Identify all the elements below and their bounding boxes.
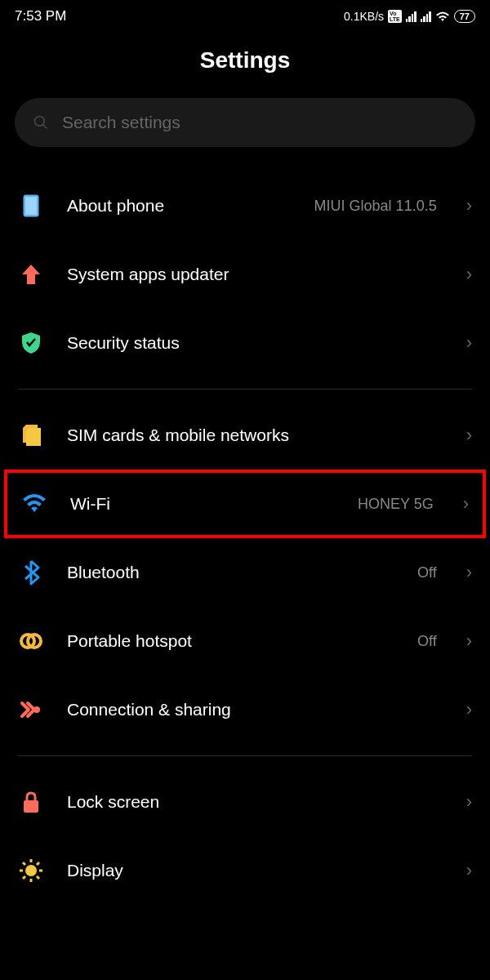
item-value: Off — [417, 633, 437, 650]
item-label: Wi-Fi — [70, 494, 335, 514]
search-icon — [33, 114, 49, 131]
svg-point-0 — [35, 117, 45, 127]
item-label: SIM cards & mobile networks — [67, 425, 443, 445]
chevron-right-icon: › — [466, 630, 472, 652]
chevron-right-icon: › — [466, 264, 472, 285]
svg-line-16 — [37, 862, 39, 865]
battery-icon: 77 — [454, 10, 475, 23]
item-value: MIUI Global 11.0.5 — [314, 198, 437, 215]
item-value: Off — [417, 564, 437, 581]
phone-icon — [18, 193, 44, 219]
page-title: Settings — [0, 47, 490, 74]
item-label: System apps updater — [67, 265, 443, 284]
signal-icon-1 — [406, 11, 416, 22]
item-label: Connection & sharing — [67, 700, 443, 719]
search-placeholder: Search settings — [62, 113, 180, 132]
page-header: Settings — [0, 33, 490, 98]
settings-item-bluetooth[interactable]: Bluetooth Off › — [0, 538, 490, 607]
svg-line-15 — [23, 876, 25, 879]
divider — [18, 389, 472, 390]
wifi-icon — [435, 11, 450, 22]
chevron-right-icon: › — [466, 791, 472, 813]
svg-point-6 — [33, 706, 40, 713]
chevron-right-icon: › — [466, 699, 472, 720]
item-label: Portable hotspot — [67, 631, 394, 651]
display-icon — [18, 858, 44, 884]
svg-point-8 — [25, 865, 37, 876]
settings-item-hotspot[interactable]: Portable hotspot Off › — [0, 607, 490, 675]
signal-icon-2 — [421, 11, 431, 22]
item-label: About phone — [67, 196, 292, 216]
item-value: HONEY 5G — [358, 496, 434, 513]
lock-icon — [18, 789, 44, 815]
item-label: Bluetooth — [67, 563, 394, 582]
item-label: Display — [67, 861, 443, 880]
settings-item-about-phone[interactable]: About phone MIUI Global 11.0.5 › — [0, 172, 490, 240]
svg-rect-7 — [24, 800, 38, 813]
item-label: Security status — [67, 333, 443, 353]
settings-list: About phone MIUI Global 11.0.5 › System … — [0, 172, 490, 884]
svg-line-13 — [23, 862, 25, 865]
connection-icon — [18, 697, 44, 723]
bluetooth-icon — [18, 559, 44, 586]
item-label: Lock screen — [67, 792, 443, 812]
search-bar[interactable]: Search settings — [15, 98, 475, 147]
chevron-right-icon: › — [466, 562, 472, 583]
svg-line-1 — [43, 125, 47, 129]
status-bar: 7:53 PM 0.1KB/s VoLTE 77 — [0, 0, 490, 33]
sim-icon — [18, 422, 44, 448]
settings-item-connection-sharing[interactable]: Connection & sharing › — [0, 675, 490, 744]
volte-icon: VoLTE — [388, 10, 402, 23]
svg-rect-3 — [25, 197, 37, 215]
settings-item-system-updater[interactable]: System apps updater › — [0, 240, 490, 309]
divider — [18, 755, 472, 756]
settings-item-security-status[interactable]: Security status › — [0, 309, 490, 377]
chevron-right-icon: › — [466, 425, 472, 446]
settings-item-lock-screen[interactable]: Lock screen › — [0, 768, 490, 836]
data-rate: 0.1KB/s — [344, 10, 384, 23]
chevron-right-icon: › — [466, 332, 472, 354]
chevron-right-icon: › — [466, 860, 472, 881]
status-indicators: 0.1KB/s VoLTE 77 — [344, 10, 475, 23]
settings-item-display[interactable]: Display › — [0, 836, 490, 884]
hotspot-icon — [18, 628, 44, 654]
wifi-icon — [21, 491, 47, 517]
settings-item-wifi[interactable]: Wi-Fi HONEY 5G › — [4, 470, 486, 538]
svg-line-14 — [37, 876, 39, 879]
shield-icon — [18, 330, 44, 356]
settings-item-sim-cards[interactable]: SIM cards & mobile networks › — [0, 401, 490, 470]
arrow-up-icon — [18, 261, 44, 287]
status-time: 7:53 PM — [15, 8, 66, 24]
chevron-right-icon: › — [463, 493, 469, 514]
chevron-right-icon: › — [466, 195, 472, 216]
